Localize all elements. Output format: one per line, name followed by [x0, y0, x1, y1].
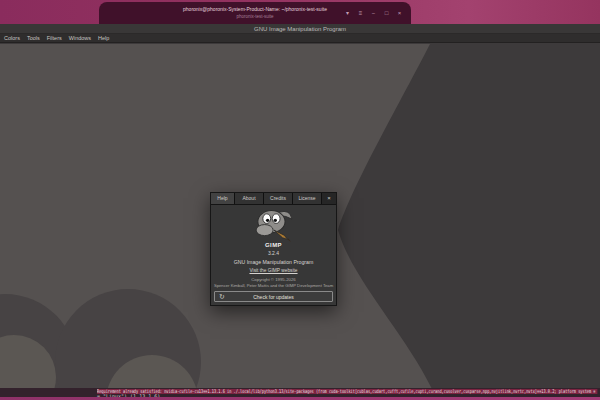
gimp-website-link[interactable]: Visit the GIMP website — [211, 268, 336, 273]
gimp-titlebar: GNU Image Manipulation Program — [0, 24, 600, 34]
desktop: phoronix@phoronix-System-Product-Name: ~… — [0, 0, 600, 400]
menu-help[interactable]: Help — [98, 34, 109, 43]
dialog-close-icon[interactable]: × — [322, 193, 336, 204]
terminal-headerbar[interactable]: phoronix@phoronix-System-Product-Name: ~… — [99, 2, 411, 24]
copyright-text: Copyright © 1995-2026 — [211, 277, 336, 282]
terminal-output-strip[interactable]: Requirement already satisfied: nvidia-cu… — [0, 388, 600, 400]
menu-icon[interactable]: ≡ — [356, 7, 365, 19]
tab-help[interactable]: Help — [211, 193, 235, 204]
gimp-menubar: Colors Tools Filters Windows Help — [0, 34, 600, 43]
check-updates-label: Check for updates — [253, 294, 294, 300]
menu-colors[interactable]: Colors — [4, 34, 20, 43]
about-dialog-tabs: Help About Credits License × — [211, 193, 336, 205]
refresh-icon: ↻ — [219, 292, 225, 302]
close-icon[interactable]: × — [395, 7, 404, 19]
maximize-icon[interactable]: □ — [382, 7, 391, 19]
about-dialog: Help About Credits License × GIMP 3.2.4 … — [210, 192, 337, 306]
check-updates-button[interactable]: ↻ Check for updates — [214, 291, 333, 302]
menu-windows[interactable]: Windows — [69, 34, 91, 43]
authors-text: Spencer Kimball, Peter Mattis and the GI… — [211, 283, 336, 288]
menu-filters[interactable]: Filters — [47, 34, 62, 43]
terminal-window-controls: ▾ ≡ − □ × — [343, 7, 404, 19]
app-version: 3.2.4 — [211, 250, 336, 256]
gimp-window: GNU Image Manipulation Program Colors To… — [0, 24, 600, 388]
app-name: GIMP — [211, 242, 336, 248]
minimize-icon[interactable]: − — [369, 7, 378, 19]
tab-credits[interactable]: Credits — [264, 193, 293, 204]
menu-tools[interactable]: Tools — [27, 34, 40, 43]
tab-switcher-icon[interactable]: ▾ — [343, 7, 352, 19]
gimp-wilber-logo — [253, 208, 295, 242]
terminal-output-line1: Requirement already satisfied: nvidia-cu… — [97, 389, 597, 394]
tab-license[interactable]: License — [293, 193, 322, 204]
tab-about[interactable]: About — [235, 193, 264, 204]
app-description: GNU Image Manipulation Program — [211, 259, 336, 265]
